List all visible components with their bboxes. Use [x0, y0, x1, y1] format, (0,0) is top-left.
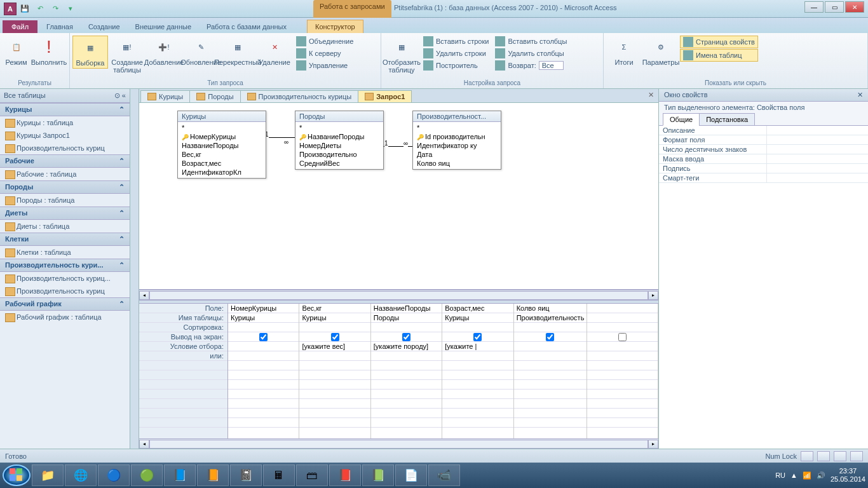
table-field[interactable]: ИдентификаторКл	[182, 168, 262, 177]
tray-network-icon[interactable]: 📶	[803, 471, 811, 480]
maximize-button[interactable]: ▭	[825, 1, 844, 13]
table-field[interactable]: НомерКурицы	[182, 132, 262, 141]
deletecols-button[interactable]: Удалить столбцы	[492, 48, 569, 59]
navpane-collapse[interactable]	[130, 89, 139, 449]
table-box[interactable]: Породы*НазваниеПородыНомерДиетыПроизводи…	[295, 111, 384, 170]
object-tab[interactable]: Производительность курицы	[240, 90, 359, 102]
property-row[interactable]: Формат поля	[659, 135, 868, 145]
grid-hscroll[interactable]: ◂ ▸	[139, 438, 658, 449]
show-checkbox[interactable]	[618, 333, 627, 341]
datadef-button[interactable]: Управление	[294, 60, 356, 71]
table-box[interactable]: Производительност...*Id производительнИд…	[412, 111, 501, 170]
tablenames-button[interactable]: Имена таблиц	[680, 49, 758, 62]
qat-dropdown-icon[interactable]: ▾	[64, 2, 78, 16]
showtable-button[interactable]: ▦Отобразить таблицу	[384, 36, 419, 75]
task-app2[interactable]: 📹	[428, 464, 460, 486]
scroll-track[interactable]	[149, 291, 648, 300]
qgrid-or-cell[interactable]	[371, 351, 442, 361]
qgrid-table-cell[interactable]: Курицы	[442, 313, 513, 323]
qgrid-or-cell[interactable]	[514, 351, 587, 361]
nav-group-header[interactable]: Рабочий график⌃	[0, 297, 130, 311]
qgrid-sort-cell[interactable]	[371, 323, 442, 332]
nav-item[interactable]: Курицы : таблица	[0, 116, 130, 129]
property-value[interactable]	[767, 173, 868, 182]
qgrid-column[interactable]	[587, 304, 658, 438]
qgrid-show-cell[interactable]	[299, 332, 370, 342]
nav-item[interactable]: Производительность куриц...	[0, 272, 130, 285]
qgrid-table-cell[interactable]: Породы	[371, 313, 442, 323]
qgrid-column[interactable]: Вес,кгКурицы[укажите вес]	[299, 304, 370, 438]
minimize-button[interactable]: —	[804, 1, 824, 13]
tray-language[interactable]: RU	[775, 471, 785, 479]
return-value[interactable]: Все	[539, 61, 564, 70]
nav-item[interactable]: Диеты : таблица	[0, 220, 130, 233]
append-button[interactable]: ➕!Добавление	[146, 36, 182, 67]
property-row[interactable]: Число десятичных знаков	[659, 145, 868, 154]
prop-tab-lookup[interactable]: Подстановка	[699, 113, 755, 126]
table-field[interactable]: Колво яиц	[417, 159, 497, 168]
nav-group-header[interactable]: Диеты⌃	[0, 207, 130, 220]
table-field[interactable]: НомерДиеты	[299, 141, 379, 150]
nav-item[interactable]: Породы : таблица	[0, 194, 130, 207]
nav-item[interactable]: Производительность куриц	[0, 142, 130, 154]
view-datasheet-icon[interactable]	[801, 451, 813, 461]
insertcols-button[interactable]: Вставить столбцы	[492, 36, 569, 47]
qgrid-sort-cell[interactable]	[587, 323, 658, 332]
property-row[interactable]: Маска ввода	[659, 154, 868, 164]
task-powerpoint[interactable]: 📙	[197, 464, 229, 486]
task-torrent[interactable]: 🟢	[131, 464, 163, 486]
prop-tab-general[interactable]: Общие	[663, 113, 700, 126]
view-other-icon[interactable]	[850, 451, 863, 461]
qgrid-table-cell[interactable]	[587, 313, 658, 323]
union-button[interactable]: Объединение	[294, 36, 356, 47]
qgrid-sort-cell[interactable]	[442, 323, 513, 332]
nav-group-header[interactable]: Рабочие⌃	[0, 154, 130, 168]
delete-button[interactable]: ✕Удаление	[257, 36, 292, 67]
property-value[interactable]	[767, 145, 868, 154]
table-field[interactable]: *	[417, 123, 497, 132]
property-row[interactable]: Смарт-теги	[659, 173, 868, 183]
task-pdf[interactable]: 📕	[329, 464, 361, 486]
view-button[interactable]: 📋Режим	[3, 36, 30, 67]
tray-clock[interactable]: 23:37 25.05.2014	[831, 467, 865, 484]
qgrid-show-cell[interactable]	[228, 332, 299, 342]
qgrid-field-cell[interactable]: Вес,кг	[299, 304, 370, 313]
qgrid-field-cell[interactable]: НомерКурицы	[228, 304, 299, 313]
table-field[interactable]: *	[299, 123, 379, 132]
qgrid-column[interactable]: Колво яицПроизводительность	[514, 304, 587, 438]
qgrid-show-cell[interactable]	[442, 332, 513, 342]
navpane-dropdown-icon[interactable]: ⊙ «	[114, 92, 126, 100]
qgrid-or-cell[interactable]	[299, 351, 370, 361]
table-field[interactable]: СреднийВес	[299, 159, 379, 168]
task-skype[interactable]: 🔵	[98, 464, 130, 486]
close-button[interactable]: ✕	[845, 1, 864, 13]
navpane-header[interactable]: Все таблицы ⊙ «	[0, 89, 130, 103]
passthrough-button[interactable]: К серверу	[294, 48, 356, 59]
view-sql-icon[interactable]	[817, 451, 830, 461]
qgrid-column[interactable]: НазваниеПородыПороды[укажите породу]	[371, 304, 442, 438]
object-tab[interactable]: Запрос1	[358, 90, 412, 102]
qgrid-field-cell[interactable]	[587, 304, 658, 313]
totals-button[interactable]: ΣИтоги	[606, 36, 642, 67]
property-value[interactable]	[767, 135, 868, 144]
deleterows-button[interactable]: Удалить строки	[421, 48, 491, 59]
table-field[interactable]: Id производительн	[417, 132, 497, 141]
app-icon[interactable]: A	[4, 3, 17, 15]
show-checkbox[interactable]	[259, 333, 268, 341]
return-button[interactable]: Возврат: Все	[492, 60, 569, 71]
scroll-right-icon[interactable]: ▸	[648, 440, 658, 449]
run-button[interactable]: !Выполнить	[31, 36, 67, 67]
table-field[interactable]: Возраст,мес	[182, 159, 262, 168]
qgrid-field-cell[interactable]: Возраст,мес	[442, 304, 513, 313]
tab-design[interactable]: Конструктор	[307, 20, 363, 33]
table-field[interactable]: Дата	[417, 150, 497, 159]
scroll-right-icon[interactable]: ▸	[648, 291, 658, 300]
scroll-track[interactable]	[149, 440, 648, 449]
table-box[interactable]: Курицы*НомерКурицыНазваниеПородыВес,кгВо…	[177, 111, 266, 179]
qgrid-sort-cell[interactable]	[514, 323, 587, 332]
nav-group-header[interactable]: Породы⌃	[0, 180, 130, 194]
table-field[interactable]: НазваниеПороды	[299, 132, 379, 141]
qgrid-show-cell[interactable]	[371, 332, 442, 342]
nav-item[interactable]: Клетки : таблица	[0, 246, 130, 259]
qgrid-criteria-cell[interactable]: [укажите породу]	[371, 342, 442, 351]
